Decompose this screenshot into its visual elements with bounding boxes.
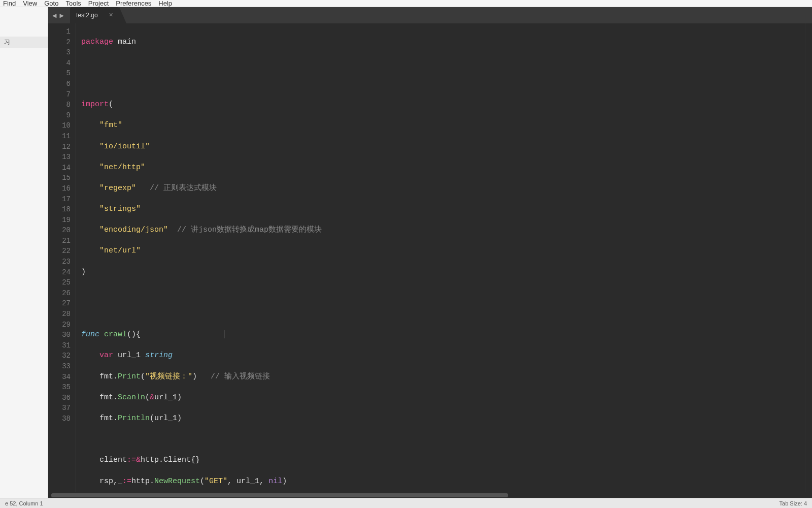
line-number: 23 bbox=[48, 257, 71, 267]
line-number: 35 bbox=[48, 382, 71, 393]
line-number: 30 bbox=[48, 330, 71, 340]
line-number: 9 bbox=[48, 110, 71, 121]
line-number: 19 bbox=[48, 215, 71, 226]
menu-view[interactable]: View bbox=[23, 0, 37, 7]
line-number: 13 bbox=[48, 152, 71, 163]
menu-help[interactable]: Help bbox=[158, 0, 172, 7]
tab-bar: ◀ ▶ test2.go × bbox=[48, 7, 812, 23]
line-number: 16 bbox=[48, 183, 71, 194]
line-number: 38 bbox=[48, 414, 71, 424]
line-number: 2 bbox=[48, 37, 71, 48]
line-number: 12 bbox=[48, 142, 71, 152]
close-icon[interactable]: × bbox=[109, 12, 113, 19]
tab-label: test2.go bbox=[76, 12, 98, 19]
line-number: 31 bbox=[48, 340, 71, 351]
line-number: 17 bbox=[48, 194, 71, 205]
line-number: 26 bbox=[48, 288, 71, 299]
scrollbar-thumb[interactable] bbox=[51, 493, 508, 497]
line-number: 5 bbox=[48, 68, 71, 79]
status-cursor-position[interactable]: e 52, Column 1 bbox=[5, 500, 43, 506]
text-cursor bbox=[224, 330, 224, 338]
line-number: 34 bbox=[48, 372, 71, 383]
status-bar: e 52, Column 1 Tab Size: 4 bbox=[0, 498, 812, 508]
line-number: 25 bbox=[48, 277, 71, 288]
menu-bar: Find View Goto Tools Project Preferences… bbox=[0, 0, 812, 7]
line-number: 27 bbox=[48, 298, 71, 309]
side-item-1[interactable]: 习 bbox=[0, 37, 48, 48]
line-number: 22 bbox=[48, 246, 71, 257]
line-number: 1 bbox=[48, 26, 71, 37]
line-number: 8 bbox=[48, 100, 71, 110]
line-number: 11 bbox=[48, 131, 71, 142]
menu-goto[interactable]: Goto bbox=[44, 0, 58, 7]
line-number: 15 bbox=[48, 173, 71, 183]
code-editor[interactable]: package main import( "fmt" "io/ioutil" "… bbox=[76, 23, 805, 492]
line-number: 24 bbox=[48, 267, 71, 278]
nav-forward-icon[interactable]: ▶ bbox=[58, 10, 64, 21]
line-number: 29 bbox=[48, 320, 71, 330]
line-number: 18 bbox=[48, 204, 71, 215]
side-panel: 习 bbox=[0, 7, 48, 498]
line-number: 33 bbox=[48, 361, 71, 372]
line-number: 7 bbox=[48, 89, 71, 100]
line-number: 28 bbox=[48, 309, 71, 320]
status-tab-size[interactable]: Tab Size: 4 bbox=[780, 500, 807, 506]
line-number: 3 bbox=[48, 47, 71, 58]
menu-find[interactable]: Find bbox=[3, 0, 16, 7]
line-number: 10 bbox=[48, 120, 71, 131]
line-number: 6 bbox=[48, 79, 71, 89]
line-number: 21 bbox=[48, 236, 71, 246]
menu-project[interactable]: Project bbox=[88, 0, 109, 7]
nav-back-icon[interactable]: ◀ bbox=[51, 10, 57, 21]
line-number: 20 bbox=[48, 225, 71, 236]
line-number: 32 bbox=[48, 351, 71, 361]
horizontal-scrollbar[interactable] bbox=[48, 492, 812, 498]
line-number: 4 bbox=[48, 58, 71, 69]
line-gutter: 1234567891011121314151617181920212223242… bbox=[48, 23, 76, 492]
menu-preferences[interactable]: Preferences bbox=[116, 0, 151, 7]
line-number: 14 bbox=[48, 163, 71, 173]
tab-test2-go[interactable]: test2.go × bbox=[70, 7, 119, 23]
line-number: 37 bbox=[48, 403, 71, 414]
line-number: 36 bbox=[48, 393, 71, 403]
minimap[interactable] bbox=[805, 23, 812, 492]
menu-tools[interactable]: Tools bbox=[65, 0, 81, 7]
